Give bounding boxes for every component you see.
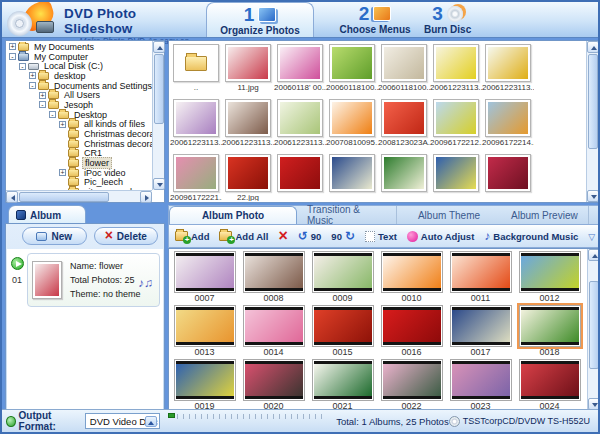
- scrollbar-thumb[interactable]: [588, 54, 598, 149]
- tree-item[interactable]: Christmas decorations: [7, 139, 152, 149]
- tree-item[interactable]: + desktop: [7, 71, 152, 81]
- scroll-up-arrow[interactable]: [588, 249, 600, 261]
- browser-photo-item[interactable]: 20096172221...: [170, 151, 222, 201]
- tree-expander-icon[interactable]: +: [9, 43, 16, 50]
- tab[interactable]: Album Theme: [397, 206, 501, 224]
- browser-photo-item[interactable]: 11.jpg: [222, 41, 274, 96]
- output-format-dropdown[interactable]: DVD Video Disc: [85, 413, 160, 429]
- tree-item[interactable]: + My Documents: [7, 42, 152, 52]
- browser-photo-item[interactable]: 20061223113...: [170, 96, 222, 151]
- rotate-right-button[interactable]: 90: [329, 227, 357, 245]
- album-photo-item[interactable]: 0010: [377, 249, 446, 303]
- tree-expander-icon[interactable]: +: [59, 121, 66, 128]
- tree-item[interactable]: - My Computer: [7, 52, 152, 62]
- browser-photo-item[interactable]: [378, 151, 430, 201]
- scroll-down-arrow[interactable]: [153, 178, 165, 190]
- rotate-left-button[interactable]: 90: [296, 227, 324, 245]
- browser-photo-item[interactable]: 20061223113...: [482, 41, 534, 96]
- tree-expander-icon[interactable]: -: [19, 63, 26, 70]
- album-photo-item[interactable]: 0009: [308, 249, 377, 303]
- text-button[interactable]: Text: [363, 229, 399, 244]
- album-photo-item[interactable]: 0015: [308, 303, 377, 357]
- browser-photo-item[interactable]: 2008123023A...: [378, 96, 430, 151]
- browser-photo-item[interactable]: 20096172214...: [482, 96, 534, 151]
- tree-item[interactable]: - Jesoph: [7, 100, 152, 110]
- scrollbar-thumb[interactable]: [589, 281, 599, 369]
- tree-item[interactable]: Pic_leech: [7, 178, 152, 188]
- album-photo-item[interactable]: 0022: [377, 357, 446, 409]
- scroll-down-arrow[interactable]: [587, 190, 599, 202]
- browser-photo-item[interactable]: 20061223113...: [222, 96, 274, 151]
- album-photo-item[interactable]: 0016: [377, 303, 446, 357]
- album-entry[interactable]: 01 Name: flower Total Photos: 25 Theme: …: [7, 249, 163, 311]
- browser-photo-item[interactable]: [430, 151, 482, 201]
- album-photo-item[interactable]: 0011: [446, 249, 515, 303]
- album-photo-item[interactable]: 0020: [239, 357, 308, 409]
- browser-photo-item[interactable]: 20061223113...: [274, 96, 326, 151]
- browser-photo-item[interactable]: 20060118' 00...: [274, 41, 326, 96]
- tree-vertical-scrollbar[interactable]: [152, 41, 164, 190]
- scroll-up-arrow[interactable]: [153, 41, 165, 53]
- step-tab[interactable]: 3 Burn Disc: [424, 2, 471, 37]
- browser-photo-item[interactable]: 22.jpg: [222, 151, 274, 201]
- album-photo-item[interactable]: 0012: [515, 249, 584, 303]
- album-photo-item[interactable]: 0014: [239, 303, 308, 357]
- tree-expander-icon[interactable]: -: [39, 101, 46, 108]
- background-music-button[interactable]: Background Music: [482, 227, 580, 245]
- tree-item[interactable]: + All Users: [7, 90, 152, 100]
- browser-photo-item[interactable]: 20096172212...: [430, 96, 482, 151]
- tab[interactable]: Transition & Music: [297, 206, 397, 224]
- browser-photo-item[interactable]: 20061223113...: [430, 41, 482, 96]
- album-photo-item[interactable]: 0007: [170, 249, 239, 303]
- tab-album[interactable]: Album: [8, 205, 86, 224]
- auto-adjust-button[interactable]: Auto Adjust: [405, 229, 476, 244]
- album-photo-item[interactable]: 0013: [170, 303, 239, 357]
- browser-photo-item[interactable]: 20070810095...: [326, 96, 378, 151]
- tab[interactable]: Album Preview: [501, 206, 589, 224]
- tree-item[interactable]: - Desktop: [7, 110, 152, 120]
- album-photo-item[interactable]: 0019: [170, 357, 239, 409]
- scrollbar-thumb[interactable]: [154, 54, 164, 124]
- tree-item[interactable]: - Local Disk (C:): [7, 61, 152, 71]
- tree-item[interactable]: CR1: [7, 149, 152, 159]
- tree-expander-icon[interactable]: -: [29, 82, 36, 89]
- tree-expander-icon[interactable]: +: [39, 92, 46, 99]
- browser-photo-item[interactable]: [274, 151, 326, 201]
- more-button[interactable]: More...: [586, 229, 600, 244]
- album-photo-item[interactable]: 0008: [239, 249, 308, 303]
- new-album-button[interactable]: New: [22, 227, 87, 245]
- play-album-button[interactable]: [11, 257, 24, 270]
- tree-item[interactable]: flower: [7, 158, 152, 168]
- scroll-up-arrow[interactable]: [587, 41, 599, 53]
- tree-item[interactable]: Christmas decoration1: [7, 129, 152, 139]
- add-button[interactable]: Add: [173, 229, 211, 244]
- tree-expander-icon[interactable]: +: [29, 72, 36, 79]
- album-photo-item[interactable]: 0023: [446, 357, 515, 409]
- delete-photo-button[interactable]: [276, 228, 289, 245]
- browser-vertical-scrollbar[interactable]: [586, 41, 598, 202]
- delete-album-button[interactable]: Delete: [94, 227, 159, 245]
- browser-photo-item[interactable]: [482, 151, 534, 201]
- browser-photo-item[interactable]: 20060118100...: [326, 41, 378, 96]
- album-photo-item[interactable]: 0024: [515, 357, 584, 409]
- browser-photo-item[interactable]: 20060118100...: [378, 41, 430, 96]
- tree-horizontal-scrollbar[interactable]: [6, 190, 152, 202]
- step-tab[interactable]: 1 Organize Photos: [206, 2, 314, 37]
- grid-vertical-scrollbar[interactable]: [587, 249, 599, 410]
- add-all-button[interactable]: Add All: [217, 229, 270, 244]
- tree-expander-icon[interactable]: -: [49, 111, 56, 118]
- tree-expander-icon[interactable]: -: [9, 53, 16, 60]
- tree-item[interactable]: - Documents and Settings: [7, 81, 152, 91]
- album-photo-item[interactable]: 0021: [308, 357, 377, 409]
- scroll-left-arrow[interactable]: [6, 191, 18, 203]
- album-entry-card[interactable]: Name: flower Total Photos: 25 Theme: no …: [27, 253, 160, 307]
- tree-expander-icon[interactable]: +: [59, 169, 66, 176]
- album-photo-item[interactable]: 0017: [446, 303, 515, 357]
- tab[interactable]: Album Photo: [169, 206, 297, 224]
- scrollbar-thumb[interactable]: [19, 192, 109, 202]
- step-tab[interactable]: 2 Choose Menus: [326, 2, 424, 37]
- tree-item[interactable]: + iPoc video: [7, 168, 152, 178]
- album-photo-item[interactable]: 0018: [515, 303, 584, 357]
- browser-photo-item[interactable]: ..: [170, 41, 222, 96]
- tree-item[interactable]: + all kinds of files: [7, 120, 152, 130]
